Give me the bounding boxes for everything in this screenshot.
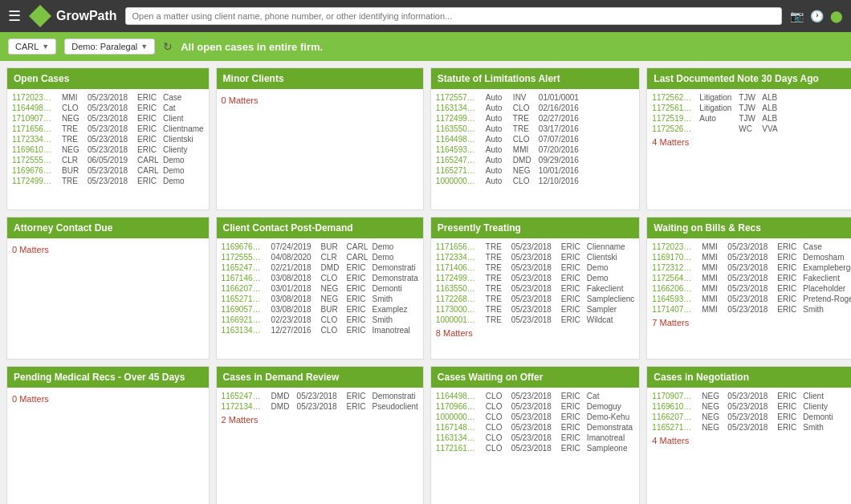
list-item: 1163550…AutoTRE03/17/2016: [436, 124, 634, 134]
widget-cases-negotiation-header: Cases in Negotiation: [647, 367, 851, 388]
widget-cases-negotiation: Cases in Negotiation 1170907…NEG05/23/20…: [646, 366, 851, 504]
widget-waiting-bills: Waiting on Bills & Recs 1172023…MMI05/23…: [646, 217, 851, 360]
widget-cases-demand-body[interactable]: 1165247…DMD05/23/2018ERICDemonstrati 117…: [217, 388, 423, 504]
logo-icon: [29, 5, 51, 27]
list-item: 1166206…MMI05/23/2018ERICPlaceholder: [652, 283, 851, 294]
main-grid: Open Cases 1172023…MMI05/23/2018ERICCase…: [0, 61, 851, 504]
widget-client-contact-body[interactable]: 1169676…07/24/2019BURCARLDemo 1172555…04…: [217, 238, 423, 359]
user-dropdown[interactable]: CARL ▼: [8, 39, 56, 55]
list-item: 1172499…TRE05/23/2018ERICDemo: [12, 176, 204, 186]
presently-treating-count: 8 Matters: [436, 325, 634, 341]
widget-waiting-bills-body[interactable]: 1172023…MMI05/23/2018ERICCase 1169170…MM…: [647, 238, 851, 359]
list-item: 1163134…CLO05/23/2018ERICImanotreal: [436, 433, 634, 443]
widget-presently-treating-body[interactable]: 1171656…TRE05/23/2018ERICClienname 11723…: [431, 238, 639, 359]
search-input[interactable]: [132, 11, 775, 21]
widget-open-cases-body[interactable]: 1172023…MMI05/23/2018ERICCase 1164498…CL…: [7, 89, 209, 209]
widget-attorney-contact-header: Attorney Contact Due: [7, 217, 209, 238]
status-icon: ⬤: [830, 10, 843, 22]
search-bar[interactable]: [125, 7, 782, 25]
list-item: 1167146…03/08/2018CLOERICDemonstrata: [222, 273, 418, 283]
list-item: 1171656…TRE05/23/2018ERICClientname: [12, 124, 204, 134]
list-item: 1172499…TRE05/23/2018ERICDemo: [436, 273, 634, 283]
list-item: 1172562…LitigationTJWALB: [652, 92, 851, 103]
widget-pending-medical-body[interactable]: 0 Matters: [7, 388, 209, 504]
list-item: 1166921…02/23/2018CLOERICSmith: [222, 315, 418, 325]
list-item: 1169610…NEG05/23/2018ERICClienty: [652, 401, 851, 412]
list-item: 1171656…TRE05/23/2018ERICClienname: [436, 242, 634, 252]
refresh-icon[interactable]: ↻: [163, 40, 173, 53]
role-label: Demo: Paralegal: [71, 42, 137, 51]
widget-cases-negotiation-body[interactable]: 1170907…NEG05/23/2018ERICClient 1169610……: [647, 388, 851, 504]
widget-presently-treating: Presently Treating 1171656…TRE05/23/2018…: [430, 217, 640, 360]
minor-clients-count: 0 Matters: [222, 92, 418, 108]
list-item: 1165247…02/21/2018DMDERICDemonstrati: [222, 262, 418, 273]
widget-last-note-body[interactable]: 1172562…LitigationTJWALB 1172561…Litigat…: [647, 89, 851, 209]
cases-demand-count: 2 Matters: [222, 412, 418, 428]
list-item: 1165271…AutoNEG10/01/2016: [436, 165, 634, 176]
list-item: 1166207…03/01/2018NEGERICDemonti: [222, 283, 418, 294]
last-note-count: 4 Matters: [652, 134, 851, 150]
widget-attorney-contact-body[interactable]: 0 Matters: [7, 238, 209, 359]
widget-last-note-header: Last Documented Note 30 Days Ago: [647, 68, 851, 89]
widget-open-cases: Open Cases 1172023…MMI05/23/2018ERICCase…: [6, 67, 210, 210]
list-item: 1173000…TRE05/23/2018ERICSampler: [436, 304, 634, 315]
subheader-text: All open cases in entire firm.: [181, 41, 323, 53]
widget-client-contact: Client Contact Post-Demand 1169676…07/24…: [216, 217, 424, 360]
list-item: 1172334…TRE05/23/2018ERICClientski: [12, 134, 204, 144]
widget-cases-demand-header: Cases in Demand Review: [217, 367, 423, 388]
cases-negotiation-count: 4 Matters: [652, 433, 851, 449]
list-item: 1172526…WCVVA: [652, 124, 851, 134]
widget-cases-demand: Cases in Demand Review 1165247…DMD05/23/…: [216, 366, 424, 504]
list-item: 1165271…03/08/2018NEGERICSmith: [222, 294, 418, 304]
list-item: 1164498…CLO05/23/2018ERICCat: [436, 391, 634, 401]
clock-icon[interactable]: 🕐: [810, 10, 824, 22]
list-item: 1172161…CLO05/23/2018ERICSampleone: [436, 443, 634, 453]
header: ☰ GrowPath 📷 🕐 ⬤: [0, 0, 851, 32]
list-item: 1169676…07/24/2019BURCARLDemo: [222, 242, 418, 252]
list-item: 1172555…04/08/2020CLRCARLDemo: [222, 252, 418, 262]
pending-medical-count: 0 Matters: [12, 391, 204, 407]
widget-cases-waiting-offer-body[interactable]: 1164498…CLO05/23/2018ERICCat 1170966…CLO…: [431, 388, 639, 504]
widget-open-cases-header: Open Cases: [7, 68, 209, 89]
list-item: 1172519…AutoTJWALB: [652, 113, 851, 124]
widget-cases-waiting-offer-header: Cases Waiting on Offer: [431, 367, 639, 388]
list-item: 1164593…AutoMMI07/20/2016: [436, 144, 634, 155]
list-item: 1169057…03/08/2018BURERICExamplez: [222, 304, 418, 315]
list-item: 1163550…TRE05/23/2018ERICFakeclient: [436, 283, 634, 294]
widget-minor-clients: Minor Clients 0 Matters: [216, 67, 424, 210]
list-item: 1170907…NEG05/23/2018ERICClient: [652, 391, 851, 401]
sub-header: CARL ▼ Demo: Paralegal ▼ ↻ All open case…: [0, 32, 851, 61]
list-item: 1165247…AutoDMD09/29/2016: [436, 155, 634, 165]
widget-minor-clients-body[interactable]: 0 Matters: [217, 89, 423, 209]
header-icons: 📷 🕐 ⬤: [790, 10, 843, 22]
widget-pending-medical-header: Pending Medical Recs - Over 45 Days: [7, 367, 209, 388]
list-item: 1172557…AutoINV01/01/0001: [436, 92, 634, 103]
list-item: 1172564…MMI05/23/2018ERICFakeclient: [652, 273, 851, 283]
list-item: 1172334…TRE05/23/2018ERICClientski: [436, 252, 634, 262]
list-item: 1169170…MMI05/23/2018ERICDemosham: [652, 252, 851, 262]
list-item: 1172499…AutoTRE02/27/2016: [436, 113, 634, 124]
list-item: 1165271…NEG05/23/2018ERICSmith: [652, 422, 851, 433]
user-dropdown-arrow: ▼: [42, 43, 49, 51]
role-dropdown[interactable]: Demo: Paralegal ▼: [64, 39, 155, 55]
widget-last-note: Last Documented Note 30 Days Ago 1172562…: [646, 67, 851, 210]
list-item: 1000000…AutoCLO12/10/2016: [436, 176, 634, 186]
list-item: 1000001…TRE05/23/2018ERICWildcat: [436, 315, 634, 325]
logo-text: GrowPath: [56, 9, 117, 23]
attorney-contact-count: 0 Matters: [12, 242, 204, 258]
list-item: 1172023…MMI05/23/2018ERICCase: [12, 92, 204, 103]
camera-icon[interactable]: 📷: [790, 10, 804, 22]
list-item: 1167148…CLO05/23/2018ERICDemonstrata: [436, 422, 634, 433]
list-item: 1163134…AutoCLO02/16/2016: [436, 103, 634, 113]
widget-cases-waiting-offer: Cases Waiting on Offer 1164498…CLO05/23/…: [430, 366, 640, 504]
list-item: 1164498…CLO05/23/2018ERICCat: [12, 103, 204, 113]
list-item: 1171406…TRE05/23/2018ERICDemo: [436, 262, 634, 273]
list-item: 1171407…MMI05/23/2018ERICSmith: [652, 304, 851, 315]
widget-attorney-contact: Attorney Contact Due 0 Matters: [6, 217, 210, 360]
widget-statute: Statute of Limitations Alert 1172557…Aut…: [430, 67, 640, 210]
waiting-bills-count: 7 Matters: [652, 315, 851, 331]
widget-statute-body[interactable]: 1172557…AutoINV01/01/0001 1163134…AutoCL…: [431, 89, 639, 209]
list-item: 1170966…CLO05/23/2018ERICDemoguy: [436, 401, 634, 412]
list-item: 1172134…DMD05/23/2018ERICPseudoclient: [222, 401, 418, 412]
hamburger-menu[interactable]: ☰: [8, 7, 21, 25]
